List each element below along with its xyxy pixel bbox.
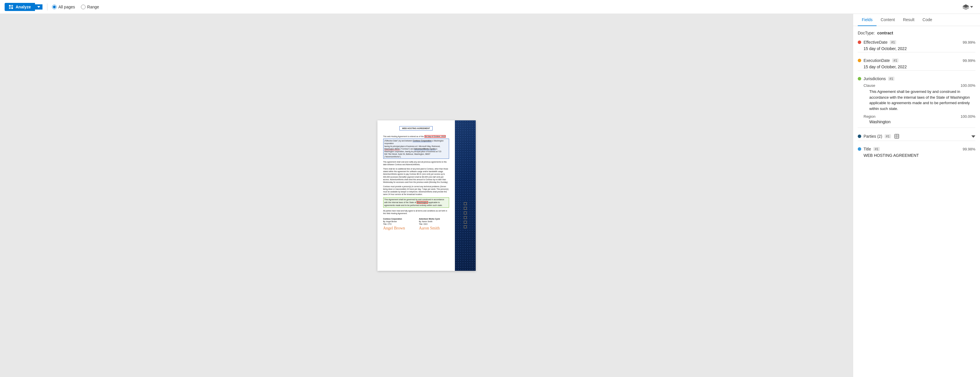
parties-dot [858, 134, 861, 138]
panel-tabs: Fields Content Result Code [853, 14, 980, 26]
all-pages-input[interactable] [52, 5, 57, 9]
parties-name: Parties (2) [864, 134, 882, 139]
table-icon [894, 134, 899, 139]
title-field-name: Title [864, 147, 871, 151]
clause-label: Clause [864, 83, 875, 88]
all-pages-radio[interactable]: All pages [52, 5, 75, 9]
panel-body: DocType: contract EffectiveDate #1 99.99… [853, 26, 980, 377]
effective-date-highlight: 3rd day of October, 2022 [425, 135, 446, 138]
field-execution-date: ExecutionDate #1 99.99% 15 day of Octobe… [858, 58, 975, 70]
doc-title: WEB HOSTING AGREEMENT [399, 126, 433, 131]
field-jurisdictions: Jurisdictions #1 Clause 100.00% This Agr… [858, 77, 975, 128]
field-effective-date: EffectiveDate #1 99.99% 15 day of Octobe… [858, 40, 975, 53]
sig-left-title: Title: CTO [383, 223, 413, 225]
signature-section: Contoso Corporation By: Angel Brown Titl… [383, 217, 449, 231]
doctype-label: DocType: [858, 31, 875, 35]
field-parties-header: Parties (2) #1 [858, 134, 975, 139]
all-pages-label: All pages [58, 5, 75, 9]
analyze-main-button[interactable]: Analyze [5, 3, 35, 11]
doc-para-1: This web Hosting Agreement is entered as… [383, 135, 449, 159]
doctype-value: contract [877, 31, 893, 35]
sig-left-company: Contoso Corporation [383, 217, 413, 220]
layer-button[interactable] [960, 3, 975, 11]
doc-para-2: This agreement shall void and nullify an… [383, 161, 449, 166]
chevron-down-icon [37, 6, 40, 8]
effective-date-dot [858, 40, 861, 44]
execution-date-confidence: 99.99% [963, 58, 975, 63]
clause-confidence: 100.00% [961, 83, 975, 88]
jurisdictions-region: Region 100.00% Washington [864, 114, 975, 124]
field-jurisdictions-header: Jurisdictions #1 [858, 77, 975, 81]
svg-rect-3 [11, 7, 13, 9]
tab-result[interactable]: Result [899, 14, 918, 26]
parties-highlight: ("Effective Date") by and between Contos… [383, 139, 449, 159]
sig-left-name: Angel Brown [383, 225, 413, 231]
jurisdictions-clause-header: Clause 100.00% [864, 83, 975, 88]
doc-para-3: There shall be no additional fees of any… [383, 168, 449, 184]
field-title: Title #1 99.98% WEB HOSTING AGREEMENT [858, 147, 975, 158]
execution-date-badge: #1 [892, 58, 899, 62]
sig-block-left: Contoso Corporation By: Angel Brown Titl… [383, 217, 413, 231]
field-parties: Parties (2) #1 [858, 134, 975, 141]
analyze-icon [9, 5, 13, 9]
effective-date-badge: #1 [890, 40, 896, 44]
title-badge: #1 [873, 147, 880, 151]
chevron-down-icon [971, 136, 975, 138]
tab-content[interactable]: Content [877, 14, 899, 26]
parties-chevron[interactable] [971, 134, 975, 139]
sig-right-by: By: Aaron Smith [419, 220, 449, 223]
jurisdictions-dot [858, 77, 861, 80]
divider1 [858, 52, 975, 53]
tab-fields[interactable]: Fields [858, 14, 877, 26]
analyze-button-group[interactable]: Analyze [5, 3, 43, 11]
layers-chevron-icon [970, 6, 973, 8]
jurisdictions-name: Jurisdictions [864, 77, 886, 81]
divider3 [858, 128, 975, 128]
right-panel: Fields Content Result Code DocType: cont… [853, 14, 980, 377]
execution-date-value: 15 day of October, 2022 [864, 64, 975, 69]
layers-icon [963, 4, 969, 10]
effective-date-confidence: 99.99% [963, 40, 975, 45]
field-effective-date-header: EffectiveDate #1 99.99% [858, 40, 975, 45]
parties-badge: #1 [885, 134, 891, 138]
range-radio[interactable]: Range [81, 5, 99, 9]
toolbar: Analyze All pages Range [0, 0, 980, 14]
analyze-dropdown-button[interactable] [35, 4, 43, 10]
region-value: Washington [869, 120, 975, 124]
sig-right-company: Adventure Works Cycle [419, 217, 449, 220]
field-execution-date-header: ExecutionDate #1 99.99% [858, 58, 975, 63]
divider4 [858, 141, 975, 141]
main-content: WEB HOSTING AGREEMENT This web Hosting A… [0, 14, 980, 377]
page-range-group: All pages Range [52, 5, 99, 9]
jurisdiction-highlight: This Agreement shall be governed by and … [383, 197, 449, 208]
doc-para-4: Contoso must provide a person(s) to corr… [383, 185, 449, 196]
analyze-label: Analyze [16, 5, 31, 9]
sig-left-by: By: Angel Brown [383, 220, 413, 223]
region-confidence: 100.00% [961, 114, 975, 119]
title-dot [858, 147, 861, 151]
region-label: Region [864, 114, 875, 119]
jurisdictions-badge: #1 [888, 77, 894, 81]
toolbar-separator [47, 3, 48, 10]
jurisdictions-region-header: Region 100.00% [864, 114, 975, 119]
range-label: Range [87, 5, 99, 9]
sig-right-name: Aaron Smith [419, 225, 449, 231]
effective-date-value: 15 day of October, 2022 [864, 46, 975, 51]
doc-para-6: All parties have read and fully agree to… [383, 209, 449, 215]
doctype-row: DocType: contract [858, 31, 975, 35]
execution-date-dot [858, 59, 861, 62]
document-viewer: WEB HOSTING AGREEMENT This web Hosting A… [0, 14, 853, 377]
sig-right-title: Title: CEO [419, 223, 449, 225]
small-squares [463, 201, 472, 229]
range-input[interactable] [81, 5, 86, 9]
field-title-header: Title #1 99.98% [858, 147, 975, 151]
document-page: WEB HOSTING AGREEMENT This web Hosting A… [377, 120, 476, 271]
title-confidence: 99.98% [963, 147, 975, 151]
jurisdictions-clause: Clause 100.00% This Agreement shall be g… [864, 83, 975, 112]
svg-rect-0 [9, 5, 11, 6]
doc-decorative-strip [455, 120, 476, 271]
tab-code[interactable]: Code [918, 14, 936, 26]
dot-pattern [455, 120, 476, 271]
svg-rect-1 [11, 5, 13, 6]
execution-date-name: ExecutionDate [864, 58, 890, 63]
